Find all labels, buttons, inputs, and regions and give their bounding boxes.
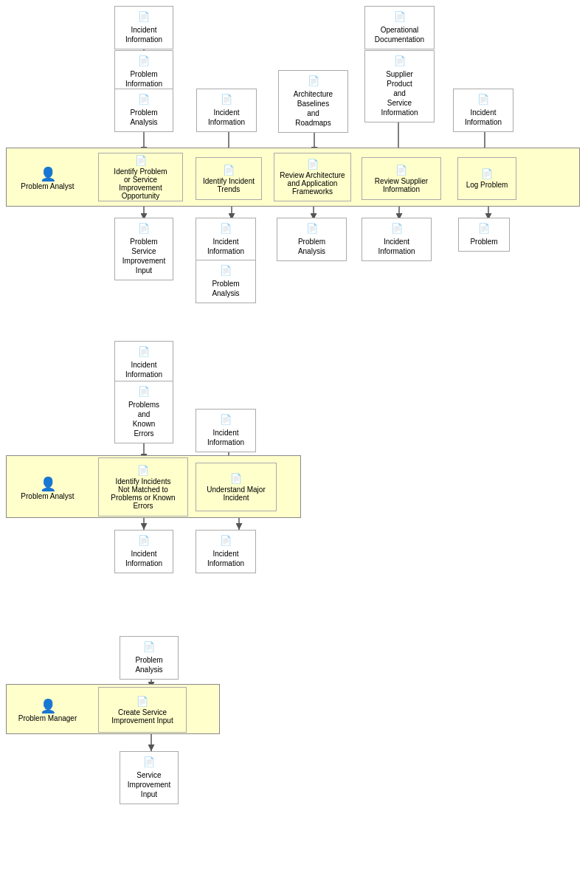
box-incident-info-s2-2: 📄 IncidentInformation bbox=[362, 218, 432, 261]
box-service-improvement-output: 📄 ServiceImprovementInput bbox=[120, 751, 179, 804]
doc-icon-16: 📄 bbox=[138, 386, 150, 398]
person-icon-2: 👤 bbox=[40, 476, 56, 492]
box-problem-analysis-s2: 📄 ProblemAnalysis bbox=[277, 218, 347, 261]
label-incident-info-s3-1: IncidentInformation bbox=[125, 360, 162, 379]
task-icon-8: 📄 bbox=[136, 696, 148, 707]
doc-icon-7: 📄 bbox=[394, 55, 406, 68]
label-problem-analysis-s2b: ProblemAnalysis bbox=[212, 279, 239, 298]
label-incident-info-5: IncidentInformation bbox=[465, 108, 502, 127]
task-understand-major[interactable]: 📄 Understand MajorIncident bbox=[196, 463, 277, 511]
label-problem-service-input: ProblemServiceImprovementInput bbox=[122, 237, 165, 275]
label-incident-info-e2: IncidentInformation bbox=[207, 549, 244, 568]
person-icon-3: 👤 bbox=[40, 698, 56, 714]
label-problem-analysis-s4: ProblemAnalysis bbox=[135, 655, 162, 674]
box-problems-known-errors: 📄 ProblemsandKnownErrors bbox=[114, 381, 173, 443]
doc-icon-20: 📄 bbox=[143, 641, 155, 654]
label-supplier-product: SupplierProductandServiceInformation bbox=[381, 69, 418, 117]
task-icon-7: 📄 bbox=[230, 473, 242, 484]
label-problem-info: ProblemInformation bbox=[125, 69, 162, 89]
label-problem-analysis-top: ProblemAnalysis bbox=[130, 108, 157, 127]
person-icon-1: 👤 bbox=[40, 166, 56, 182]
label-identify-problem: Identify Problemor Service ImprovementOp… bbox=[102, 167, 179, 200]
label-review-architecture: Review Architectureand ApplicationFramew… bbox=[280, 171, 345, 196]
task-identify-problem[interactable]: 📄 Identify Problemor Service Improvement… bbox=[98, 153, 183, 201]
label-understand-major: Understand MajorIncident bbox=[207, 486, 265, 502]
label-incident-info-s2-1: IncidentInformation bbox=[207, 237, 244, 256]
actor-problem-analyst-1: 👤 Problem Analyst bbox=[9, 153, 86, 202]
box-problem-info: 📄 ProblemInformation bbox=[114, 50, 173, 94]
doc-icon-13: 📄 bbox=[478, 223, 490, 235]
doc-icon-17: 📄 bbox=[220, 414, 232, 426]
label-incident-info-s2-2: IncidentInformation bbox=[378, 237, 415, 256]
label-problems-known-errors: ProblemsandKnownErrors bbox=[128, 400, 159, 438]
doc-icon-21: 📄 bbox=[143, 756, 155, 769]
label-create-service-improvement: Create ServiceImprovement Input bbox=[111, 708, 173, 725]
label-review-supplier: Review SupplierInformation bbox=[375, 177, 428, 193]
label-incident-info-e1: IncidentInformation bbox=[125, 549, 162, 568]
task-icon-4: 📄 bbox=[395, 165, 407, 176]
box-operational-doc: 📄 OperationalDocumentation bbox=[364, 6, 435, 49]
task-identify-incident-trends[interactable]: 📄 Identify IncidentTrends bbox=[196, 157, 262, 200]
box-incident-info-1: 📄 IncidentInformation bbox=[114, 6, 173, 49]
task-log-problem[interactable]: 📄 Log Problem bbox=[457, 157, 516, 200]
doc-icon-14: 📄 bbox=[220, 265, 232, 277]
task-icon-3: 📄 bbox=[307, 159, 319, 170]
box-incident-info-s3-1: 📄 IncidentInformation bbox=[114, 341, 173, 384]
task-review-architecture[interactable]: 📄 Review Architectureand ApplicationFram… bbox=[274, 153, 351, 201]
actor-problem-manager: 👤 Problem Manager bbox=[9, 688, 86, 731]
diagram-container: 📄 IncidentInformation 📄 ProblemInformati… bbox=[0, 0, 588, 881]
box-supplier-product: 📄 SupplierProductandServiceInformation bbox=[364, 50, 435, 122]
doc-icon-10: 📄 bbox=[220, 223, 232, 235]
box-problem-analysis-top: 📄 ProblemAnalysis bbox=[114, 89, 173, 132]
box-incident-info-s3-2: 📄 IncidentInformation bbox=[196, 409, 256, 452]
label-incident-info-s3-2: IncidentInformation bbox=[207, 428, 244, 447]
task-icon-2: 📄 bbox=[223, 165, 235, 176]
doc-icon-6: 📄 bbox=[394, 11, 406, 24]
box-incident-info-e2: 📄 IncidentInformation bbox=[196, 530, 256, 573]
label-operational-doc: OperationalDocumentation bbox=[375, 25, 424, 44]
label-identify-incidents: Identify IncidentsNot Matched toProblems… bbox=[111, 477, 175, 510]
box-problem-service-input: 📄 ProblemServiceImprovementInput bbox=[114, 218, 173, 280]
doc-icon-4: 📄 bbox=[221, 94, 232, 106]
label-incident-info-1: IncidentInformation bbox=[125, 25, 162, 44]
box-problem-analysis-s2b: 📄 ProblemAnalysis bbox=[196, 260, 256, 303]
doc-icon-8: 📄 bbox=[477, 94, 489, 106]
box-incident-info-5: 📄 IncidentInformation bbox=[453, 89, 513, 132]
box-incident-info-e1: 📄 IncidentInformation bbox=[114, 530, 173, 573]
doc-icon-15: 📄 bbox=[138, 346, 150, 359]
box-problem-s2: 📄 Problem bbox=[458, 218, 510, 252]
actor-problem-analyst-2: 👤 Problem Analyst bbox=[9, 461, 86, 514]
task-icon-5: 📄 bbox=[481, 168, 493, 179]
doc-icon-19: 📄 bbox=[220, 535, 232, 547]
label-identify-incident-trends: Identify IncidentTrends bbox=[203, 177, 255, 193]
doc-icon-5: 📄 bbox=[308, 75, 319, 88]
doc-icon-3: 📄 bbox=[138, 94, 150, 106]
box-architecture: 📄 ArchitectureBaselinesandRoadmaps bbox=[278, 70, 348, 133]
task-review-supplier[interactable]: 📄 Review SupplierInformation bbox=[362, 157, 441, 200]
doc-icon-9: 📄 bbox=[138, 223, 150, 235]
doc-icon-1: 📄 bbox=[138, 11, 150, 24]
doc-icon-2: 📄 bbox=[138, 55, 150, 68]
label-incident-info-2: IncidentInformation bbox=[208, 108, 245, 127]
doc-icon-12: 📄 bbox=[391, 223, 403, 235]
task-icon-6: 📄 bbox=[137, 465, 149, 476]
label-log-problem: Log Problem bbox=[466, 181, 508, 189]
task-icon-1: 📄 bbox=[135, 155, 147, 166]
box-problem-analysis-s4: 📄 ProblemAnalysis bbox=[120, 636, 179, 680]
label-architecture: ArchitectureBaselinesandRoadmaps bbox=[294, 89, 333, 128]
doc-icon-11: 📄 bbox=[306, 223, 318, 235]
label-service-improvement-output: ServiceImprovementInput bbox=[128, 770, 170, 799]
label-problem-analyst-1: Problem Analyst bbox=[21, 182, 74, 190]
task-create-service-improvement[interactable]: 📄 Create ServiceImprovement Input bbox=[98, 687, 187, 733]
box-incident-info-2: 📄 IncidentInformation bbox=[196, 89, 257, 132]
doc-icon-18: 📄 bbox=[138, 535, 150, 547]
task-identify-incidents[interactable]: 📄 Identify IncidentsNot Matched toProble… bbox=[98, 457, 188, 516]
label-problem-manager: Problem Manager bbox=[18, 714, 77, 722]
label-problem-analyst-2: Problem Analyst bbox=[21, 492, 74, 500]
label-problem-analysis-s2: ProblemAnalysis bbox=[298, 237, 325, 256]
label-problem-s2: Problem bbox=[470, 237, 497, 246]
box-incident-info-s2-1: 📄 IncidentInformation bbox=[196, 218, 256, 261]
